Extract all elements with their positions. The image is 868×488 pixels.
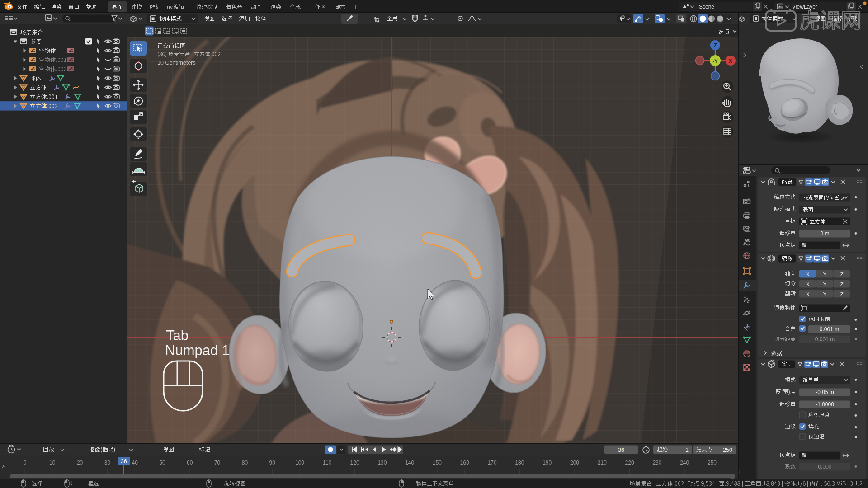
svg-text:210: 210 xyxy=(598,460,607,466)
svg-text:+: + xyxy=(354,3,357,10)
svg-text:130: 130 xyxy=(377,460,387,466)
svg-text:120: 120 xyxy=(350,460,359,466)
svg-text:100: 100 xyxy=(295,460,304,466)
svg-text:Numpad 1: Numpad 1 xyxy=(165,343,230,358)
svg-text:70: 70 xyxy=(214,460,221,466)
svg-text:170: 170 xyxy=(488,460,497,466)
svg-text:40: 40 xyxy=(132,460,138,466)
svg-text:0.000: 0.000 xyxy=(818,464,831,470)
svg-text:0.001 m: 0.001 m xyxy=(815,336,835,343)
svg-text:60: 60 xyxy=(187,460,193,466)
svg-text:50: 50 xyxy=(159,460,165,466)
svg-text:90: 90 xyxy=(269,460,276,466)
svg-text:230: 230 xyxy=(652,460,661,466)
svg-text:Y: Y xyxy=(823,291,827,297)
svg-text:1: 1 xyxy=(685,447,689,453)
svg-text:160: 160 xyxy=(460,460,469,466)
svg-text:140: 140 xyxy=(405,460,414,466)
svg-text:10 Centimeters: 10 Centimeters xyxy=(157,60,196,66)
svg-text:uv: uv xyxy=(167,4,173,10)
svg-text:80: 80 xyxy=(242,460,248,466)
svg-text:ViewLayer: ViewLayer xyxy=(792,4,817,10)
svg-text:Y: Y xyxy=(823,272,827,277)
svg-text:110: 110 xyxy=(323,460,331,466)
svg-text:20: 20 xyxy=(77,460,83,466)
svg-text:Scene: Scene xyxy=(699,4,714,10)
svg-text:180: 180 xyxy=(515,460,524,466)
svg-text:0 m: 0 m xyxy=(820,230,829,237)
svg-text:150: 150 xyxy=(433,460,442,466)
svg-text:250: 250 xyxy=(723,447,732,453)
svg-text:240: 240 xyxy=(680,460,689,466)
svg-text:Z: Z xyxy=(713,42,717,49)
svg-text:Z: Z xyxy=(840,291,844,297)
svg-text:0: 0 xyxy=(24,460,27,466)
svg-text:Y: Y xyxy=(823,282,827,287)
svg-text:Tab: Tab xyxy=(166,328,189,343)
svg-text:Z: Z xyxy=(840,272,844,277)
svg-text:36: 36 xyxy=(618,447,624,453)
svg-text:0.001 m: 0.001 m xyxy=(820,326,839,333)
svg-text:36: 36 xyxy=(121,458,127,465)
svg-text:X: X xyxy=(806,291,810,297)
svg-text:-Y: -Y xyxy=(713,58,718,64)
svg-text:30: 30 xyxy=(104,460,111,466)
svg-text:250: 250 xyxy=(708,460,717,466)
svg-text:-1.0000: -1.0000 xyxy=(816,401,834,408)
svg-text:220: 220 xyxy=(625,460,634,466)
svg-text:190: 190 xyxy=(542,460,552,466)
svg-text:X: X xyxy=(806,272,810,277)
svg-text:X: X xyxy=(729,58,732,64)
svg-text:-0.05 m: -0.05 m xyxy=(816,389,834,395)
svg-text:Z: Z xyxy=(840,282,844,287)
svg-text:10: 10 xyxy=(49,460,56,466)
svg-text:X: X xyxy=(806,282,810,287)
svg-text:200: 200 xyxy=(570,460,579,466)
